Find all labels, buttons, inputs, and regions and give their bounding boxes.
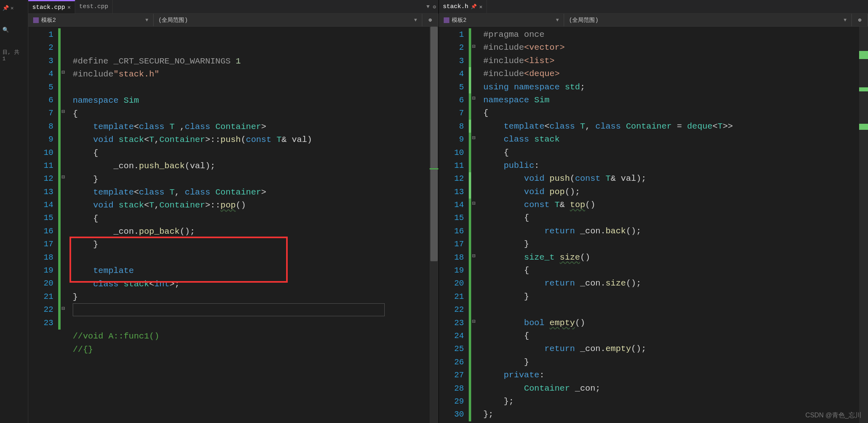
code-line[interactable]: namespace Sim xyxy=(480,94,868,107)
tab-bar-right: stack.h 📌 ✕ xyxy=(439,0,868,14)
code-line[interactable]: #define _CRT_SECURE_NO_WARNINGS 1 xyxy=(70,55,438,68)
code-line[interactable]: { xyxy=(70,108,438,121)
chevron-down-icon: ▼ xyxy=(414,17,417,23)
line-numbers: 1234567891011121314151617181920212223 xyxy=(28,27,58,423)
code-line[interactable]: template<class T, class Container> xyxy=(70,186,438,199)
code-line[interactable]: template<class T ,class Container> xyxy=(70,121,438,133)
close-icon[interactable]: ✕ xyxy=(67,4,71,11)
code-line[interactable]: } xyxy=(480,290,868,303)
gutter-label: 目, 共 1 xyxy=(0,47,28,63)
dropdown-bar-right: 模板2 ▼ (全局范围) ▼ ⊕ xyxy=(439,14,868,27)
code-line[interactable]: return _con.size(); xyxy=(480,277,868,290)
chevron-down-icon: ▼ xyxy=(556,17,559,23)
code-line[interactable]: bool empty() xyxy=(480,317,868,330)
code-area-left[interactable]: #define _CRT_SECURE_NO_WARNINGS 1#includ… xyxy=(70,27,438,423)
code-line[interactable]: template<class T, class Container = dequ… xyxy=(480,120,868,133)
editor-pane-right: stack.h 📌 ✕ 模板2 ▼ (全局范围) ▼ ⊕ 12345678910… xyxy=(439,0,868,423)
code-line[interactable]: _con.pop_back(); xyxy=(70,225,438,238)
line-numbers: 1234567891011121314151617181920212223242… xyxy=(439,27,469,423)
code-line[interactable]: { xyxy=(480,107,868,120)
code-line[interactable]: }; xyxy=(480,395,868,408)
scope-dropdown-2[interactable]: (全局范围) ▼ xyxy=(154,14,422,26)
code-line[interactable] xyxy=(70,252,438,264)
tab-label: stack.h xyxy=(443,3,468,10)
code-line[interactable]: } xyxy=(70,291,438,304)
code-line[interactable]: #pragma once xyxy=(480,28,868,41)
code-line[interactable]: } xyxy=(70,173,438,186)
pin-icon[interactable]: 📌 xyxy=(2,5,9,11)
dropdown-arrow-icon[interactable]: ▼ xyxy=(426,4,430,10)
code-line[interactable]: { xyxy=(70,147,438,160)
gear-icon[interactable]: ⚙ xyxy=(433,4,436,10)
code-line[interactable]: void pop(); xyxy=(480,186,868,199)
code-line[interactable]: { xyxy=(480,330,868,343)
code-line[interactable]: using namespace std; xyxy=(480,81,868,94)
scrollbar[interactable] xyxy=(859,27,868,423)
code-line[interactable]: private: xyxy=(480,369,868,382)
fold-gutter: ⊟ ⊟ ⊟ ⊟ ⊟ ⊟ xyxy=(469,27,480,423)
watermark: CSDN @青色_忘川 xyxy=(805,411,862,420)
code-line[interactable]: #include<vector> xyxy=(480,41,868,54)
scope-dropdown-2[interactable]: (全局范围) ▼ xyxy=(564,14,852,26)
split-button[interactable]: ⊕ xyxy=(422,14,438,26)
code-line[interactable]: //{} xyxy=(70,343,438,356)
code-line[interactable]: { xyxy=(480,146,868,159)
code-line[interactable]: Container _con; xyxy=(480,382,868,395)
code-line[interactable]: public: xyxy=(480,159,868,172)
code-line[interactable]: void stack<T,Container>::push(const T& v… xyxy=(70,133,438,146)
tab-bar-left: stack.cpp ✕ test.cpp ▼ ⚙ xyxy=(28,0,438,14)
code-line[interactable]: return _con.empty(); xyxy=(480,343,868,355)
close-icon[interactable]: ✕ xyxy=(11,5,14,11)
dropdown-bar-left: 模板2 ▼ (全局范围) ▼ ⊕ xyxy=(28,14,438,27)
code-line[interactable]: return _con.back(); xyxy=(480,225,868,238)
tab-label: test.cpp xyxy=(79,3,108,10)
code-line[interactable]: #include<deque> xyxy=(480,68,868,80)
main-area: stack.cpp ✕ test.cpp ▼ ⚙ 模板2 ▼ (全局范围) ▼ … xyxy=(28,0,868,423)
code-line[interactable] xyxy=(70,81,438,94)
code-line[interactable]: //void A::func1() xyxy=(70,330,438,343)
code-line[interactable]: class stack xyxy=(480,133,868,146)
code-line[interactable]: class stack<int>; xyxy=(70,278,438,291)
editor-body-right[interactable]: 1234567891011121314151617181920212223242… xyxy=(439,27,868,423)
tab-label: stack.cpp xyxy=(32,4,65,11)
scope-dropdown-1[interactable]: 模板2 ▼ xyxy=(28,14,154,26)
close-icon[interactable]: ✕ xyxy=(479,4,482,10)
code-area-right[interactable]: #pragma once#include<vector>#include<lis… xyxy=(480,27,868,423)
tab-test-cpp[interactable]: test.cpp xyxy=(75,0,113,13)
code-line[interactable]: size_t size() xyxy=(480,251,868,264)
scope-dropdown-1[interactable]: 模板2 ▼ xyxy=(439,14,564,26)
code-line[interactable]: { xyxy=(480,212,868,224)
chevron-down-icon: ▼ xyxy=(145,17,148,23)
template-icon xyxy=(33,17,39,23)
code-line[interactable]: _con.push_back(val); xyxy=(70,160,438,173)
scrollbar[interactable] xyxy=(430,27,438,423)
code-line[interactable]: } xyxy=(70,238,438,251)
code-line[interactable]: { xyxy=(70,212,438,225)
code-line[interactable]: } xyxy=(480,356,868,369)
chevron-down-icon: ▼ xyxy=(844,17,847,23)
code-line[interactable]: { xyxy=(480,264,868,277)
pin-icon[interactable]: 📌 xyxy=(471,4,477,10)
split-icon: ⊕ xyxy=(428,17,432,23)
code-line[interactable] xyxy=(480,303,868,316)
code-line[interactable]: void stack<T,Container>::pop() xyxy=(70,199,438,212)
editor-body-left[interactable]: 1234567891011121314151617181920212223 ⊟ … xyxy=(28,27,438,423)
code-line[interactable] xyxy=(70,317,438,330)
tab-stack-cpp[interactable]: stack.cpp ✕ xyxy=(28,0,75,13)
split-icon: ⊕ xyxy=(858,17,861,23)
code-line[interactable]: } xyxy=(480,238,868,251)
search-icon[interactable]: 🔍 xyxy=(0,25,28,35)
code-line[interactable]: namespace Sim xyxy=(70,94,438,107)
code-line[interactable]: template xyxy=(70,264,438,277)
tab-stack-h[interactable]: stack.h 📌 ✕ xyxy=(439,0,487,13)
code-line[interactable]: #include"stack.h" xyxy=(70,68,438,81)
pin-row: 📌 ✕ xyxy=(0,3,28,13)
fold-gutter: ⊟ ⊟ ⊟ ⊟ xyxy=(58,27,70,423)
editor-pane-left: stack.cpp ✕ test.cpp ▼ ⚙ 模板2 ▼ (全局范围) ▼ … xyxy=(28,0,439,423)
template-icon xyxy=(444,17,449,23)
code-line[interactable]: #include<list> xyxy=(480,55,868,68)
code-line[interactable]: void push(const T& val); xyxy=(480,172,868,185)
code-line[interactable]: const T& top() xyxy=(480,199,868,212)
split-button[interactable]: ⊕ xyxy=(852,14,868,26)
left-tool-gutter: 📌 ✕ 🔍 目, 共 1 xyxy=(0,0,28,423)
